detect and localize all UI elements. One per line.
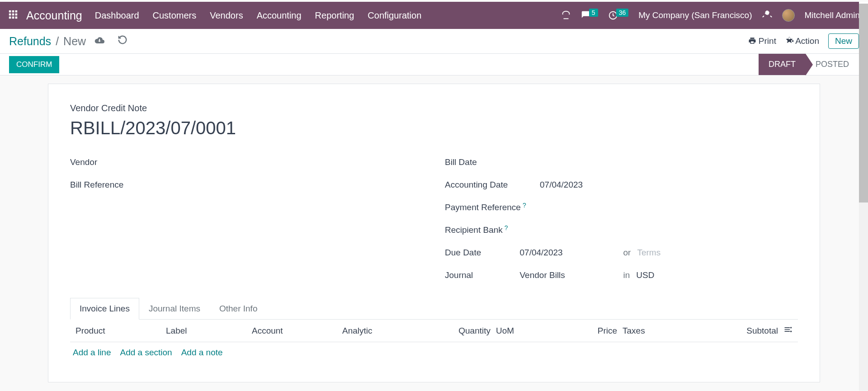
th-price: Price	[588, 326, 620, 336]
label-payment-reference: Payment Reference?	[445, 203, 540, 212]
menu-dashboard[interactable]: Dashboard	[95, 10, 139, 21]
status-bar: CONFIRM DRAFT POSTED	[0, 54, 868, 75]
company-switcher[interactable]: My Company (San Francisco)	[638, 10, 752, 20]
tab-journal-items[interactable]: Journal Items	[139, 298, 210, 320]
tab-other-info[interactable]: Other Info	[210, 298, 267, 320]
activities-badge: 36	[616, 9, 629, 17]
top-navbar: Accounting Dashboard Customers Vendors A…	[0, 2, 868, 29]
navbar-right: 5 36 My Company (San Francisco) Mitchell…	[561, 9, 860, 22]
activities-icon[interactable]: 36	[608, 10, 629, 20]
svg-rect-5	[15, 14, 18, 16]
menu-vendors[interactable]: Vendors	[210, 10, 243, 21]
field-terms[interactable]: Terms	[637, 248, 660, 258]
menu-reporting[interactable]: Reporting	[315, 10, 354, 21]
field-journal[interactable]: Vendor Bills in USD	[520, 270, 798, 280]
th-subtotal: Subtotal	[719, 326, 781, 336]
th-analytic: Analytic	[340, 326, 448, 336]
label-bill-reference: Bill Reference	[70, 180, 165, 190]
confirm-button[interactable]: CONFIRM	[9, 56, 59, 73]
cloud-save-icon[interactable]	[94, 35, 105, 47]
menu-configuration[interactable]: Configuration	[368, 10, 421, 21]
status-posted[interactable]: POSTED	[806, 54, 859, 75]
status-steps: DRAFT POSTED	[759, 54, 859, 75]
form-col-right: Bill Date Accounting Date 07/04/2023 Pay…	[445, 151, 798, 287]
table-actions-row: Add a line Add a section Add a note	[70, 342, 798, 363]
svg-point-11	[790, 331, 792, 332]
svg-rect-7	[12, 17, 14, 19]
label-bill-date: Bill Date	[445, 157, 540, 167]
doc-type: Vendor Credit Note	[70, 103, 798, 113]
th-taxes: Taxes	[620, 326, 719, 336]
breadcrumb: Refunds / New	[9, 35, 86, 48]
label-vendor: Vendor	[70, 157, 165, 167]
svg-rect-1	[12, 10, 14, 13]
columns-toggle-icon[interactable]	[781, 325, 795, 336]
tab-invoice-lines[interactable]: Invoice Lines	[70, 298, 139, 320]
th-quantity: Quantity	[448, 326, 493, 336]
field-currency[interactable]: USD	[636, 270, 654, 280]
debug-icon[interactable]	[762, 9, 772, 22]
menu-customers[interactable]: Customers	[153, 10, 197, 21]
label-due-date: Due Date	[445, 248, 520, 258]
label-accounting-date: Accounting Date	[445, 180, 540, 190]
add-note-link[interactable]: Add a note	[181, 348, 223, 358]
scrollbar-thumb[interactable]	[859, 4, 868, 203]
label-recipient-bank: Recipient Bank?	[445, 225, 540, 235]
form-col-left: Vendor Bill Reference	[70, 151, 423, 287]
field-accounting-date[interactable]: 07/04/2023	[540, 180, 583, 190]
help-icon[interactable]: ?	[505, 224, 508, 231]
invoice-lines-table: Product Label Account Analytic Quantity …	[70, 320, 798, 363]
messages-badge: 5	[589, 9, 598, 17]
th-uom: UoM	[493, 326, 588, 336]
add-line-link[interactable]: Add a line	[73, 348, 111, 358]
print-button[interactable]: Print	[748, 36, 776, 46]
breadcrumb-current: New	[63, 35, 86, 48]
phone-icon[interactable]	[561, 10, 571, 20]
svg-rect-6	[9, 17, 11, 19]
svg-point-10	[790, 327, 792, 328]
main-menu: Dashboard Customers Vendors Accounting R…	[95, 10, 561, 21]
breadcrumb-sep: /	[56, 35, 59, 48]
help-icon[interactable]: ?	[523, 202, 526, 209]
th-label: Label	[163, 326, 249, 336]
breadcrumb-bar: Refunds / New Print Action New	[0, 29, 868, 54]
menu-accounting[interactable]: Accounting	[257, 10, 302, 21]
avatar[interactable]	[782, 9, 795, 22]
table-header: Product Label Account Analytic Quantity …	[70, 320, 798, 342]
svg-rect-4	[12, 14, 14, 16]
svg-rect-2	[15, 10, 18, 13]
tabs: Invoice Lines Journal Items Other Info	[70, 297, 798, 320]
th-product: Product	[73, 326, 163, 336]
label-journal: Journal	[445, 270, 520, 280]
svg-rect-0	[9, 10, 11, 13]
form-sheet: Vendor Credit Note RBILL/2023/07/0001 Ve…	[48, 84, 820, 382]
scrollbar[interactable]	[859, 2, 868, 391]
action-button[interactable]: Action	[785, 36, 819, 46]
discard-icon[interactable]	[118, 35, 127, 47]
th-account: Account	[249, 326, 340, 336]
breadcrumb-root[interactable]: Refunds	[9, 35, 51, 48]
field-due-date[interactable]: 07/04/2023 or Terms	[520, 248, 798, 258]
svg-rect-8	[15, 17, 18, 19]
app-brand[interactable]: Accounting	[26, 9, 82, 22]
add-section-link[interactable]: Add a section	[120, 348, 172, 358]
doc-title: RBILL/2023/07/0001	[70, 118, 798, 138]
svg-rect-3	[9, 14, 11, 16]
new-button[interactable]: New	[828, 33, 859, 49]
apps-icon[interactable]	[8, 9, 18, 21]
status-draft[interactable]: DRAFT	[759, 54, 806, 75]
messages-icon[interactable]: 5	[581, 10, 598, 20]
user-name[interactable]: Mitchell Admin	[805, 10, 860, 20]
